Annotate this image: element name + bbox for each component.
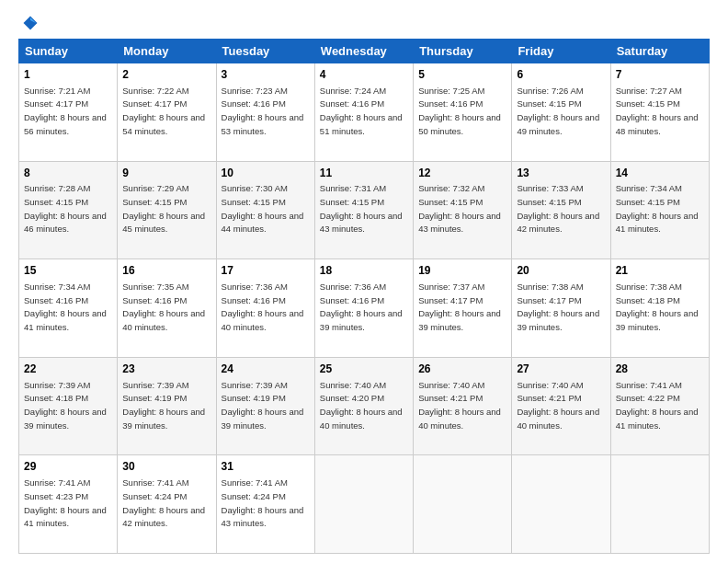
day-number: 1 (24, 67, 112, 83)
day-sunrise: Sunrise: 7:28 AMSunset: 4:15 PMDaylight:… (24, 183, 107, 234)
day-number: 30 (122, 459, 210, 475)
calendar-header-friday: Friday (512, 40, 610, 63)
table-row (512, 455, 610, 554)
header (18, 15, 710, 31)
day-number: 18 (320, 263, 408, 279)
day-sunrise: Sunrise: 7:37 AMSunset: 4:17 PMDaylight:… (418, 282, 501, 332)
day-number: 22 (24, 362, 112, 377)
day-sunrise: Sunrise: 7:31 AMSunset: 4:15 PMDaylight:… (320, 183, 403, 234)
table-row: 2 Sunrise: 7:22 AMSunset: 4:17 PMDayligh… (118, 63, 216, 162)
day-sunrise: Sunrise: 7:38 AMSunset: 4:17 PMDaylight:… (517, 282, 599, 332)
table-row: 16 Sunrise: 7:35 AMSunset: 4:16 PMDaylig… (118, 259, 216, 358)
day-sunrise: Sunrise: 7:39 AMSunset: 4:19 PMDaylight:… (222, 380, 304, 431)
day-number: 17 (222, 263, 310, 279)
day-sunrise: Sunrise: 7:34 AMSunset: 4:15 PMDaylight:… (616, 183, 699, 234)
day-number: 19 (418, 263, 506, 279)
day-number: 23 (122, 362, 210, 377)
table-row: 9 Sunrise: 7:29 AMSunset: 4:15 PMDayligh… (118, 161, 216, 259)
day-number: 15 (24, 263, 112, 279)
table-row: 26 Sunrise: 7:40 AMSunset: 4:21 PMDaylig… (414, 357, 512, 455)
day-sunrise: Sunrise: 7:32 AMSunset: 4:15 PMDaylight:… (418, 183, 501, 234)
calendar-header-wednesday: Wednesday (314, 40, 413, 63)
table-row: 31 Sunrise: 7:41 AMSunset: 4:24 PMDaylig… (216, 455, 314, 554)
day-sunrise: Sunrise: 7:24 AMSunset: 4:16 PMDaylight:… (320, 86, 403, 136)
calendar-week-1: 1 Sunrise: 7:21 AMSunset: 4:17 PMDayligh… (19, 63, 710, 162)
day-sunrise: Sunrise: 7:29 AMSunset: 4:15 PMDaylight:… (122, 183, 205, 234)
day-sunrise: Sunrise: 7:34 AMSunset: 4:16 PMDaylight:… (24, 282, 107, 332)
day-sunrise: Sunrise: 7:27 AMSunset: 4:15 PMDaylight:… (616, 86, 699, 136)
day-number: 13 (517, 166, 605, 181)
calendar-header-tuesday: Tuesday (216, 40, 314, 63)
day-number: 14 (616, 166, 704, 181)
day-number: 6 (517, 67, 605, 83)
table-row: 5 Sunrise: 7:25 AMSunset: 4:16 PMDayligh… (414, 63, 512, 162)
table-row: 6 Sunrise: 7:26 AMSunset: 4:15 PMDayligh… (512, 63, 610, 162)
day-sunrise: Sunrise: 7:35 AMSunset: 4:16 PMDaylight:… (122, 282, 205, 332)
day-sunrise: Sunrise: 7:30 AMSunset: 4:15 PMDaylight:… (222, 183, 304, 234)
day-sunrise: Sunrise: 7:26 AMSunset: 4:15 PMDaylight:… (517, 86, 599, 136)
logo-icon (22, 15, 39, 31)
calendar-header-sunday: Sunday (19, 40, 118, 63)
day-sunrise: Sunrise: 7:41 AMSunset: 4:24 PMDaylight:… (122, 477, 205, 528)
day-sunrise: Sunrise: 7:39 AMSunset: 4:19 PMDaylight:… (122, 380, 205, 431)
day-sunrise: Sunrise: 7:41 AMSunset: 4:23 PMDaylight:… (24, 477, 107, 528)
day-number: 7 (616, 67, 704, 83)
table-row: 17 Sunrise: 7:36 AMSunset: 4:16 PMDaylig… (216, 259, 314, 358)
table-row: 29 Sunrise: 7:41 AMSunset: 4:23 PMDaylig… (19, 455, 118, 554)
day-number: 24 (222, 362, 310, 377)
table-row: 7 Sunrise: 7:27 AMSunset: 4:15 PMDayligh… (610, 63, 709, 162)
day-sunrise: Sunrise: 7:39 AMSunset: 4:18 PMDaylight:… (24, 380, 107, 431)
calendar-header-thursday: Thursday (414, 40, 512, 63)
table-row: 8 Sunrise: 7:28 AMSunset: 4:15 PMDayligh… (19, 161, 118, 259)
day-number: 29 (24, 459, 112, 475)
table-row: 23 Sunrise: 7:39 AMSunset: 4:19 PMDaylig… (118, 357, 216, 455)
table-row: 27 Sunrise: 7:40 AMSunset: 4:21 PMDaylig… (512, 357, 610, 455)
table-row: 4 Sunrise: 7:24 AMSunset: 4:16 PMDayligh… (314, 63, 413, 162)
day-sunrise: Sunrise: 7:33 AMSunset: 4:15 PMDaylight:… (517, 183, 599, 234)
calendar-week-5: 29 Sunrise: 7:41 AMSunset: 4:23 PMDaylig… (19, 455, 710, 554)
day-number: 10 (222, 166, 310, 181)
day-sunrise: Sunrise: 7:36 AMSunset: 4:16 PMDaylight:… (222, 282, 304, 332)
day-number: 28 (616, 362, 704, 377)
calendar-week-2: 8 Sunrise: 7:28 AMSunset: 4:15 PMDayligh… (19, 161, 710, 259)
calendar-header-saturday: Saturday (610, 40, 709, 63)
day-sunrise: Sunrise: 7:38 AMSunset: 4:18 PMDaylight:… (616, 282, 699, 332)
calendar-table: SundayMondayTuesdayWednesdayThursdayFrid… (18, 39, 710, 554)
table-row: 30 Sunrise: 7:41 AMSunset: 4:24 PMDaylig… (118, 455, 216, 554)
table-row: 13 Sunrise: 7:33 AMSunset: 4:15 PMDaylig… (512, 161, 610, 259)
day-sunrise: Sunrise: 7:40 AMSunset: 4:20 PMDaylight:… (320, 380, 403, 431)
table-row (314, 455, 413, 554)
table-row: 25 Sunrise: 7:40 AMSunset: 4:20 PMDaylig… (314, 357, 413, 455)
table-row: 28 Sunrise: 7:41 AMSunset: 4:22 PMDaylig… (610, 357, 709, 455)
logo (18, 15, 39, 31)
calendar-header-row: SundayMondayTuesdayWednesdayThursdayFrid… (19, 40, 710, 63)
page: SundayMondayTuesdayWednesdayThursdayFrid… (0, 0, 728, 563)
day-sunrise: Sunrise: 7:41 AMSunset: 4:24 PMDaylight:… (222, 477, 304, 528)
day-sunrise: Sunrise: 7:41 AMSunset: 4:22 PMDaylight:… (616, 380, 699, 431)
day-sunrise: Sunrise: 7:23 AMSunset: 4:16 PMDaylight:… (222, 86, 304, 136)
table-row (610, 455, 709, 554)
calendar-header-monday: Monday (118, 40, 216, 63)
day-number: 16 (122, 263, 210, 279)
table-row: 15 Sunrise: 7:34 AMSunset: 4:16 PMDaylig… (19, 259, 118, 358)
day-number: 4 (320, 67, 408, 83)
table-row: 18 Sunrise: 7:36 AMSunset: 4:16 PMDaylig… (314, 259, 413, 358)
day-sunrise: Sunrise: 7:40 AMSunset: 4:21 PMDaylight:… (418, 380, 501, 431)
day-number: 26 (418, 362, 506, 377)
table-row: 11 Sunrise: 7:31 AMSunset: 4:15 PMDaylig… (314, 161, 413, 259)
day-number: 8 (24, 166, 112, 181)
day-sunrise: Sunrise: 7:21 AMSunset: 4:17 PMDaylight:… (24, 86, 107, 136)
day-sunrise: Sunrise: 7:36 AMSunset: 4:16 PMDaylight:… (320, 282, 403, 332)
day-number: 3 (222, 67, 310, 83)
table-row: 22 Sunrise: 7:39 AMSunset: 4:18 PMDaylig… (19, 357, 118, 455)
table-row: 3 Sunrise: 7:23 AMSunset: 4:16 PMDayligh… (216, 63, 314, 162)
day-number: 27 (517, 362, 605, 377)
table-row: 14 Sunrise: 7:34 AMSunset: 4:15 PMDaylig… (610, 161, 709, 259)
day-number: 25 (320, 362, 408, 377)
day-number: 5 (418, 67, 506, 83)
day-number: 2 (122, 67, 210, 83)
day-number: 9 (122, 166, 210, 181)
table-row: 12 Sunrise: 7:32 AMSunset: 4:15 PMDaylig… (414, 161, 512, 259)
table-row: 1 Sunrise: 7:21 AMSunset: 4:17 PMDayligh… (19, 63, 118, 162)
day-number: 31 (222, 459, 310, 475)
